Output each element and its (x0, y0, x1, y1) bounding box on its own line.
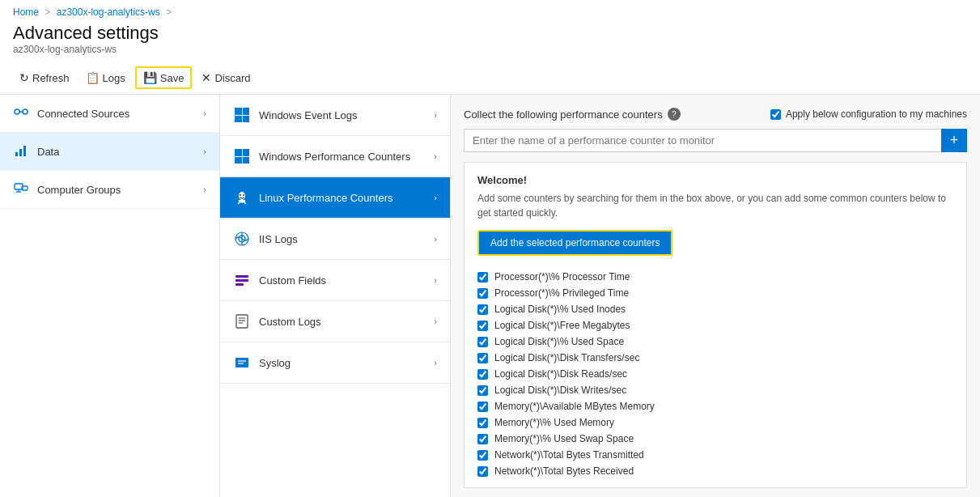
welcome-text: Add some counters by searching for them … (477, 191, 953, 220)
chevron-icon: › (203, 108, 206, 118)
content-area: Collect the following performance counte… (451, 95, 980, 497)
list-item: Memory(*)\% Used Swap Space (477, 431, 953, 447)
middle-nav: Windows Event Logs › Windows Performance… (220, 95, 451, 497)
discard-button[interactable]: ✕ Discard (195, 68, 257, 87)
list-item: Processor(*)\% Privileged Time (477, 285, 953, 301)
svg-rect-19 (235, 279, 248, 282)
counter-checkbox[interactable] (477, 304, 488, 315)
page-title: Advanced settings (0, 19, 980, 44)
chevron-icon-cg: › (203, 185, 206, 194)
list-item: Network(*)\Total Bytes Received (477, 463, 953, 479)
custom-logs-icon (233, 312, 251, 330)
counter-search-input[interactable] (464, 129, 941, 152)
counter-checkbox[interactable] (477, 466, 488, 477)
chevron-icon-iis: › (434, 234, 437, 244)
nav-label-linux-perf: Linux Performance Counters (259, 192, 392, 204)
counter-checkbox[interactable] (477, 353, 488, 363)
add-icon: + (950, 132, 959, 149)
nav-label-custom-logs: Custom Logs (259, 316, 321, 328)
chevron-icon-sl: › (434, 358, 437, 367)
counter-checkbox[interactable] (477, 288, 488, 299)
svg-rect-18 (235, 275, 248, 278)
save-button[interactable]: 💾 Save (135, 66, 193, 89)
breadcrumb-workspace[interactable]: az300x-log-analytics-ws (57, 6, 160, 18)
list-item: Memory(*)\% Used Memory (477, 414, 953, 431)
list-item: Logical Disk(*)\Disk Writes/sec (477, 382, 953, 398)
discard-icon: ✕ (202, 71, 211, 84)
counter-checkbox[interactable] (477, 272, 488, 282)
logs-button[interactable]: 📋 Logs (79, 68, 132, 87)
counter-list: Processor(*)\% Processor TimeProcessor(*… (477, 269, 953, 479)
nav-item-windows-event-logs[interactable]: Windows Event Logs › (220, 95, 450, 136)
welcome-title: Welcome! (477, 174, 953, 186)
refresh-button[interactable]: ↻ Refresh (13, 68, 76, 87)
svg-rect-5 (23, 146, 26, 156)
nav-item-iis-logs[interactable]: IIS Logs › (220, 219, 450, 260)
list-item: Logical Disk(*)\% Used Inodes (477, 301, 953, 317)
chevron-icon-data: › (203, 147, 206, 156)
chevron-icon-cf: › (434, 275, 437, 285)
counter-checkbox[interactable] (477, 321, 488, 331)
svg-rect-21 (236, 315, 248, 328)
sidebar-item-label-connected-sources: Connected Sources (37, 108, 129, 120)
search-row: + (464, 129, 967, 152)
left-nav: Connected Sources › Data › (0, 95, 220, 497)
list-item: Logical Disk(*)\Disk Reads/sec (477, 366, 953, 382)
save-icon: 💾 (143, 71, 157, 84)
svg-point-12 (243, 194, 244, 196)
counter-checkbox[interactable] (477, 434, 488, 444)
list-item: Logical Disk(*)\Free Megabytes (477, 317, 953, 333)
apply-config-checkbox[interactable] (770, 109, 781, 120)
page-subtitle: az300x-log-analytics-ws (0, 44, 980, 62)
connected-sources-icon (13, 104, 29, 122)
sidebar-item-data[interactable]: Data › (0, 133, 219, 171)
iis-icon (233, 230, 251, 248)
nav-item-windows-perf-counters[interactable]: Windows Performance Counters › (220, 136, 450, 177)
breadcrumb-home[interactable]: Home (13, 6, 39, 18)
info-icon[interactable]: ? (668, 108, 681, 121)
counter-checkbox[interactable] (477, 369, 488, 380)
svg-rect-25 (235, 358, 248, 367)
counter-checkbox[interactable] (477, 401, 488, 412)
windows-perf-icon (233, 147, 251, 165)
toolbar: ↻ Refresh 📋 Logs 💾 Save ✕ Discard (0, 62, 980, 95)
collect-title-text: Collect the following performance counte… (464, 108, 663, 121)
svg-rect-3 (15, 152, 18, 156)
svg-point-0 (15, 109, 19, 114)
breadcrumb-sep2: > (166, 6, 172, 18)
svg-line-13 (238, 202, 240, 204)
list-item: Logical Disk(*)\Disk Transfers/sec (477, 350, 953, 366)
sidebar-item-label-data: Data (37, 146, 59, 158)
counter-checkbox[interactable] (477, 337, 488, 347)
collect-header: Collect the following performance counte… (464, 108, 967, 121)
nav-label-custom-fields: Custom Fields (259, 274, 326, 287)
svg-rect-4 (19, 149, 22, 156)
welcome-box: Welcome! Add some counters by searching … (464, 162, 967, 488)
svg-rect-20 (235, 283, 244, 286)
chevron-icon-cl: › (434, 316, 437, 326)
sidebar-item-computer-groups[interactable]: Computer Groups › (0, 171, 219, 209)
nav-item-linux-perf-counters[interactable]: Linux Performance Counters › (220, 177, 450, 219)
data-icon (13, 142, 29, 160)
add-selected-button[interactable]: Add the selected performance counters (477, 230, 672, 256)
sidebar-item-connected-sources[interactable]: Connected Sources › (0, 95, 219, 133)
nav-label-iis: IIS Logs (259, 233, 298, 245)
counter-checkbox[interactable] (477, 385, 488, 396)
add-counter-button[interactable]: + (941, 129, 967, 152)
list-item: Memory(*)\Available MBytes Memory (477, 398, 953, 414)
counter-checkbox[interactable] (477, 418, 488, 428)
logs-icon: 📋 (86, 71, 100, 84)
linux-icon (233, 189, 251, 206)
counter-checkbox[interactable] (477, 450, 488, 461)
list-item: Network(*)\Total Bytes Transmitted (477, 447, 953, 463)
nav-item-syslog[interactable]: Syslog › (220, 342, 450, 384)
chevron-icon-wel: › (434, 110, 437, 120)
syslog-icon (233, 354, 251, 372)
nav-label-windows-perf: Windows Performance Counters (259, 151, 410, 163)
svg-point-11 (240, 194, 241, 196)
nav-item-custom-logs[interactable]: Custom Logs › (220, 301, 450, 342)
svg-point-1 (23, 109, 28, 114)
nav-item-custom-fields[interactable]: Custom Fields › (220, 260, 450, 301)
refresh-icon: ↻ (19, 71, 29, 84)
list-item: Processor(*)\% Processor Time (477, 269, 953, 285)
